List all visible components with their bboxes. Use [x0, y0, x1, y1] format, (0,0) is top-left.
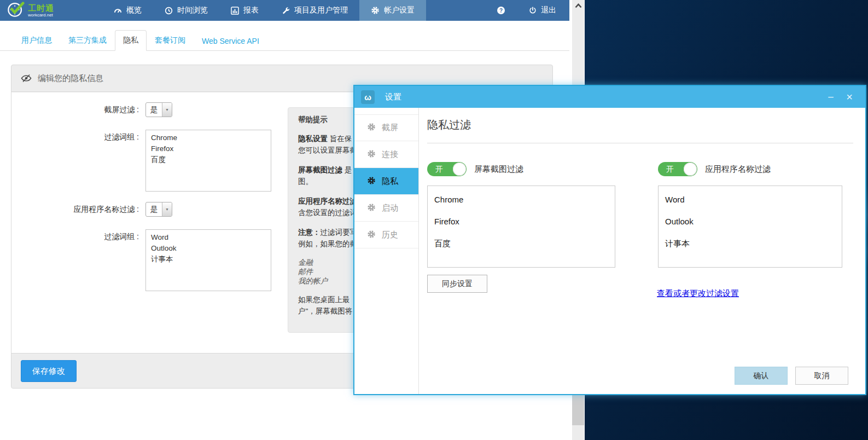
filter-word-item[interactable]: Outlook	[665, 211, 835, 233]
dialog-sidebar: 截屏连接隐私启动历史	[354, 108, 419, 394]
dialog-heading: 隐私过滤	[427, 118, 471, 132]
help-icon[interactable]: ?	[485, 6, 517, 15]
select-value: 是	[146, 202, 162, 216]
sidebar-item-label: 截屏	[382, 123, 398, 133]
appname-filter-words-input[interactable]: Word Outlook 计事本	[145, 229, 271, 291]
appname-filter-toggle-row: 开 应用程序名称过滤	[658, 162, 771, 176]
nav-item-label: 帐户设置	[384, 5, 415, 15]
nav-item-label: 报表	[243, 5, 259, 15]
tab-4[interactable]: Web Service API	[194, 31, 267, 51]
eye-slash-icon	[21, 74, 32, 83]
sidebar-item-label: 连接	[382, 149, 398, 160]
nav-menu: 概览时间浏览报表项目及用户管理帐户设置	[102, 0, 426, 21]
nav-item-0[interactable]: 概览	[102, 0, 153, 21]
brand-subtitle: workcard.net	[28, 13, 54, 18]
screenshot-filter-row: 截屏过滤 : 是 ▼	[11, 102, 172, 117]
filter-word-item[interactable]: 百度	[434, 233, 608, 254]
nav-right: ? 退出	[485, 0, 569, 21]
screenshot-filter-toggle[interactable]: 开	[427, 162, 467, 176]
screenshot-words-row: 过滤词组 : Chrome Firefox 百度	[11, 130, 271, 192]
brand-logo[interactable]: 工时通 workcard.net	[0, 1, 54, 20]
wrench-icon	[282, 7, 290, 15]
top-navbar: 工时通 workcard.net 概览时间浏览报表项目及用户管理帐户设置 ?	[0, 0, 569, 21]
nav-item-1[interactable]: 时间浏览	[153, 0, 219, 21]
appname-filter-word-list[interactable]: WordOutlook计事本	[658, 186, 842, 268]
gear-icon	[367, 149, 376, 160]
chevron-down-icon: ▼	[162, 202, 172, 216]
nav-item-label: 项目及用户管理	[294, 5, 348, 15]
gauge-icon	[114, 7, 122, 15]
sidebar-item-label: 历史	[382, 230, 398, 240]
dialog-sidebar-item-0[interactable]: 截屏	[354, 114, 418, 141]
dialog-sidebar-item-1[interactable]: 连接	[354, 141, 418, 168]
logout-button[interactable]: 退出	[517, 0, 569, 21]
nav-item-2[interactable]: 报表	[219, 0, 270, 21]
chevron-up-icon	[575, 3, 582, 8]
screenshot-filter-toggle-row: 开 屏幕截图过滤	[427, 162, 523, 176]
tab-1[interactable]: 第三方集成	[60, 30, 115, 51]
sync-settings-button[interactable]: 同步设置	[427, 275, 487, 293]
appname-filter-toggle-label: 应用程序名称过滤	[705, 164, 771, 175]
heading-divider	[427, 143, 853, 143]
scroll-up-button[interactable]	[572, 0, 584, 11]
gear-icon	[367, 203, 376, 213]
toggle-knob	[684, 163, 697, 176]
toggle-on-label: 开	[435, 164, 443, 174]
nav-item-label: 时间浏览	[177, 5, 208, 15]
gear-icon	[367, 176, 376, 187]
dialog-body: 截屏连接隐私启动历史 隐私过滤 开 屏幕截图过滤 开 应用程序名称过滤 Chro…	[354, 108, 865, 394]
brand-title: 工时通	[28, 4, 54, 12]
toggle-on-label: 开	[666, 164, 674, 174]
screenshot-filter-word-list[interactable]: ChromeFirefox百度	[427, 186, 615, 268]
logout-label: 退出	[541, 5, 556, 15]
dialog-sidebar-item-4[interactable]: 历史	[354, 222, 418, 248]
screenshot-filter-label: 截屏过滤 :	[11, 102, 139, 115]
tab-0[interactable]: 用户信息	[13, 30, 60, 51]
confirm-button[interactable]: 确认	[735, 367, 788, 385]
appname-filter-toggle[interactable]: 开	[658, 162, 697, 176]
workcard-app-icon: ω	[361, 90, 375, 104]
svg-text:?: ?	[499, 8, 503, 14]
settings-dialog: ω 设置 – × 截屏连接隐私启动历史 隐私过滤 开 屏幕截图过滤 开 应用程序…	[353, 85, 866, 395]
power-icon	[529, 7, 537, 14]
appname-filter-row: 应用程序名称过滤 : 是 ▼	[11, 202, 172, 217]
appname-filter-label: 应用程序名称过滤 :	[11, 202, 139, 215]
close-button[interactable]: ×	[840, 91, 859, 103]
nav-item-label: 概览	[126, 5, 142, 15]
filter-word-item[interactable]: Chrome	[434, 189, 608, 211]
filter-words-label: 过滤词组 :	[11, 229, 139, 242]
chevron-down-icon: ▼	[162, 103, 172, 117]
appname-filter-select[interactable]: 是 ▼	[145, 202, 172, 217]
save-button[interactable]: 保存修改	[21, 360, 77, 382]
appname-words-row: 过滤词组 : Word Outlook 计事本	[11, 229, 271, 291]
gear-icon	[367, 123, 376, 133]
dialog-sidebar-item-2[interactable]: 隐私	[354, 168, 418, 195]
tab-3[interactable]: 套餐订阅	[147, 30, 194, 51]
screenshot-filter-select[interactable]: 是 ▼	[145, 102, 172, 117]
tab-2[interactable]: 隐私	[115, 30, 147, 51]
screenshot-filter-toggle-label: 屏幕截图过滤	[474, 164, 523, 175]
chart-icon	[231, 7, 239, 15]
filter-words-label: 过滤词组 :	[11, 130, 139, 142]
dialog-titlebar[interactable]: ω 设置 – ×	[354, 86, 865, 108]
gear-icon	[367, 230, 376, 240]
dialog-sidebar-item-3[interactable]: 启动	[354, 195, 418, 222]
select-value: 是	[146, 103, 162, 117]
nav-item-4[interactable]: 帐户设置	[359, 0, 426, 21]
panel-title: 编辑您的隐私信息	[38, 73, 103, 84]
gear-icon	[371, 6, 380, 15]
nav-item-3[interactable]: 项目及用户管理	[270, 0, 359, 21]
minimize-button[interactable]: –	[822, 91, 840, 102]
toggle-knob	[453, 163, 466, 176]
change-filter-settings-link[interactable]: 查看或者更改过滤设置	[657, 288, 739, 299]
filter-word-item[interactable]: Word	[665, 189, 835, 211]
dialog-title: 设置	[385, 92, 401, 102]
cancel-button[interactable]: 取消	[795, 367, 848, 385]
screenshot-filter-words-input[interactable]: Chrome Firefox 百度	[145, 130, 271, 192]
sidebar-item-label: 隐私	[382, 176, 398, 187]
clock-icon	[165, 7, 173, 15]
filter-word-item[interactable]: Firefox	[434, 211, 608, 233]
tab-bar: 用户信息第三方集成隐私套餐订阅Web Service API	[0, 31, 569, 51]
clock-check-logo-icon	[7, 1, 25, 20]
filter-word-item[interactable]: 计事本	[665, 233, 835, 254]
